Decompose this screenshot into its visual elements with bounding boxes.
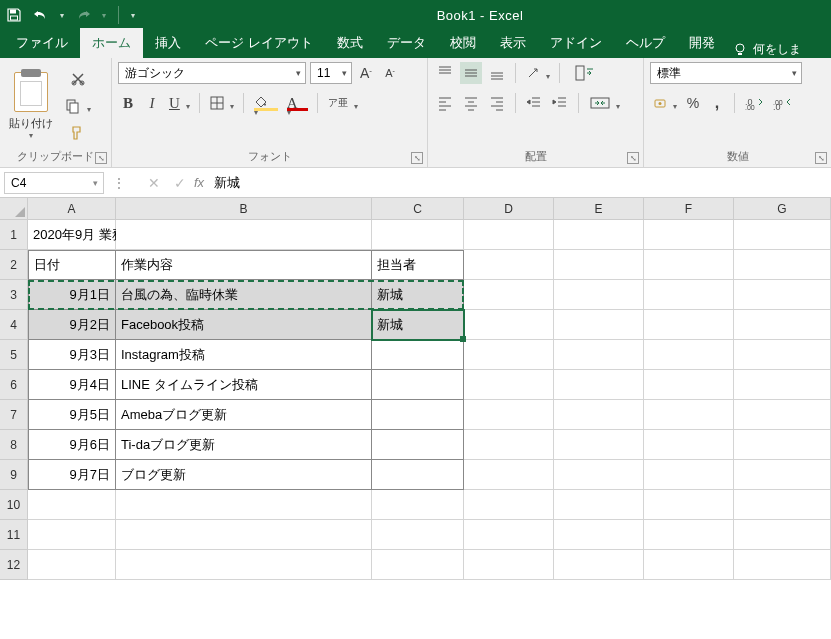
cell-G11[interactable] xyxy=(734,520,831,550)
cell-G9[interactable] xyxy=(734,460,831,490)
cell-B2[interactable]: 作業内容 xyxy=(116,250,372,280)
col-head-C[interactable]: C xyxy=(372,198,464,220)
cell-A1[interactable]: 2020年9月 業務日報 xyxy=(28,220,116,250)
row-head-1[interactable]: 1 xyxy=(0,220,28,250)
fx-icon[interactable]: fx xyxy=(194,175,204,190)
row-head-12[interactable]: 12 xyxy=(0,550,28,580)
cell-B1[interactable] xyxy=(116,220,372,250)
cell-A10[interactable] xyxy=(28,490,116,520)
cell-C8[interactable] xyxy=(372,430,464,460)
cell-G8[interactable] xyxy=(734,430,831,460)
cell-A2[interactable]: 日付 xyxy=(28,250,116,280)
font-color-button[interactable]: A xyxy=(284,92,310,114)
cell-B6[interactable]: LINE タイムライン投稿 xyxy=(116,370,372,400)
underline-button[interactable]: U xyxy=(166,92,192,114)
cell-G10[interactable] xyxy=(734,490,831,520)
italic-button[interactable]: I xyxy=(142,92,162,114)
cell-D5[interactable] xyxy=(464,340,554,370)
cancel-icon[interactable]: ✕ xyxy=(148,175,160,191)
tab-dev[interactable]: 開発 xyxy=(677,28,727,58)
accounting-format-button[interactable] xyxy=(650,92,679,114)
tab-data[interactable]: データ xyxy=(375,28,438,58)
cell-F2[interactable] xyxy=(644,250,734,280)
cell-E11[interactable] xyxy=(554,520,644,550)
tab-addin[interactable]: アドイン xyxy=(538,28,614,58)
cell-A12[interactable] xyxy=(28,550,116,580)
cell-B11[interactable] xyxy=(116,520,372,550)
cell-D6[interactable] xyxy=(464,370,554,400)
cell-D3[interactable] xyxy=(464,280,554,310)
cell-F12[interactable] xyxy=(644,550,734,580)
cell-D2[interactable] xyxy=(464,250,554,280)
cell-C11[interactable] xyxy=(372,520,464,550)
cell-B3[interactable]: 台風の為、臨時休業 xyxy=(116,280,372,310)
merge-center-button[interactable] xyxy=(586,92,622,114)
cell-C9[interactable] xyxy=(372,460,464,490)
cell-E6[interactable] xyxy=(554,370,644,400)
wrap-text-button[interactable] xyxy=(567,62,603,84)
cell-G1[interactable] xyxy=(734,220,831,250)
row-head-8[interactable]: 8 xyxy=(0,430,28,460)
font-launcher-icon[interactable]: ⤡ xyxy=(411,152,423,164)
cell-C6[interactable] xyxy=(372,370,464,400)
col-head-F[interactable]: F xyxy=(644,198,734,220)
undo-icon[interactable] xyxy=(32,8,50,22)
bold-button[interactable]: B xyxy=(118,92,138,114)
cell-G4[interactable] xyxy=(734,310,831,340)
tell-me[interactable]: 何をしま xyxy=(733,41,801,58)
row-head-5[interactable]: 5 xyxy=(0,340,28,370)
cell-E4[interactable] xyxy=(554,310,644,340)
decrease-font-icon[interactable]: Aˇ xyxy=(380,62,400,84)
phonetic-button[interactable]: ア亜 xyxy=(325,92,360,114)
alignment-launcher-icon[interactable]: ⤡ xyxy=(627,152,639,164)
cell-C10[interactable] xyxy=(372,490,464,520)
cell-A6[interactable]: 9月4日 xyxy=(28,370,116,400)
cell-B10[interactable] xyxy=(116,490,372,520)
cell-E8[interactable] xyxy=(554,430,644,460)
format-painter-icon[interactable] xyxy=(62,125,93,141)
align-bottom-icon[interactable] xyxy=(486,62,508,84)
row-head-6[interactable]: 6 xyxy=(0,370,28,400)
cell-F3[interactable] xyxy=(644,280,734,310)
increase-decimal-icon[interactable]: .0.00 xyxy=(742,92,766,114)
cell-B12[interactable] xyxy=(116,550,372,580)
row-head-2[interactable]: 2 xyxy=(0,250,28,280)
namebox-insert-icon[interactable]: ⋮ xyxy=(104,176,134,190)
comma-button[interactable]: , xyxy=(707,92,727,114)
cell-E3[interactable] xyxy=(554,280,644,310)
cell-B9[interactable]: ブログ更新 xyxy=(116,460,372,490)
align-center-icon[interactable] xyxy=(460,92,482,114)
fill-color-button[interactable] xyxy=(251,92,280,114)
name-box[interactable]: C4 xyxy=(4,172,104,194)
row-head-11[interactable]: 11 xyxy=(0,520,28,550)
align-top-icon[interactable] xyxy=(434,62,456,84)
cell-F6[interactable] xyxy=(644,370,734,400)
cell-A5[interactable]: 9月3日 xyxy=(28,340,116,370)
cell-D1[interactable] xyxy=(464,220,554,250)
cell-A8[interactable]: 9月6日 xyxy=(28,430,116,460)
number-format-combo[interactable]: 標準 xyxy=(650,62,802,84)
cell-D9[interactable] xyxy=(464,460,554,490)
row-head-10[interactable]: 10 xyxy=(0,490,28,520)
cell-D12[interactable] xyxy=(464,550,554,580)
row-head-4[interactable]: 4 xyxy=(0,310,28,340)
tab-home[interactable]: ホーム xyxy=(80,28,143,58)
increase-indent-icon[interactable] xyxy=(549,92,571,114)
cell-G2[interactable] xyxy=(734,250,831,280)
cell-A3[interactable]: 9月1日 xyxy=(28,280,116,310)
col-head-D[interactable]: D xyxy=(464,198,554,220)
col-head-A[interactable]: A xyxy=(28,198,116,220)
cell-F8[interactable] xyxy=(644,430,734,460)
select-all-corner[interactable] xyxy=(0,198,28,220)
cell-F5[interactable] xyxy=(644,340,734,370)
cell-A4[interactable]: 9月2日 xyxy=(28,310,116,340)
cell-A11[interactable] xyxy=(28,520,116,550)
cell-E12[interactable] xyxy=(554,550,644,580)
increase-font-icon[interactable]: Aˆ xyxy=(356,62,376,84)
borders-button[interactable] xyxy=(207,92,236,114)
tab-pagelayout[interactable]: ページ レイアウト xyxy=(193,28,325,58)
cell-C2[interactable]: 担当者 xyxy=(372,250,464,280)
cell-F10[interactable] xyxy=(644,490,734,520)
tab-view[interactable]: 表示 xyxy=(488,28,538,58)
tab-file[interactable]: ファイル xyxy=(4,28,80,58)
